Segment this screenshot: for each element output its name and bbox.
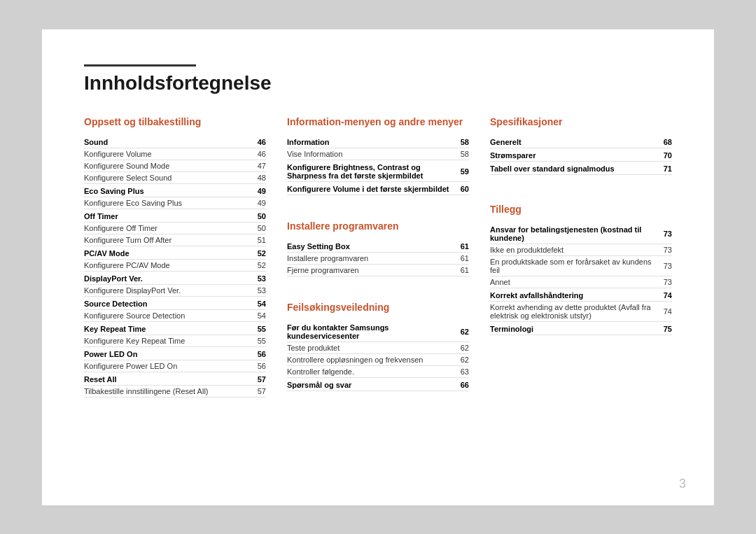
table-row: Konfigurere PC/AV Mode52 (84, 259, 266, 271)
row-label: Eco Saving Plus (84, 183, 248, 197)
table-row: Korrekt avhending av dette produktet (Av… (490, 301, 672, 321)
row-page: 57 (248, 372, 266, 385)
row-page: 70 (654, 148, 672, 161)
row-label: Sound (84, 135, 248, 148)
page-title: Innholdsfortegnelse (84, 72, 672, 94)
row-label: Off Timer (84, 209, 248, 222)
page-number: 3 (679, 477, 686, 491)
table-row: Konfigurere Source Detection54 (84, 309, 266, 321)
table-row: Installere programvaren61 (287, 252, 469, 264)
row-label: Reset All (84, 372, 248, 385)
row-page: 47 (248, 160, 266, 171)
section-title-col3-1: Tillegg (490, 203, 672, 216)
section-title-col2-2: Feilsøkingsveiledning (287, 301, 469, 314)
row-label: Source Detection (84, 296, 248, 309)
row-page: 50 (248, 209, 266, 222)
table-row: Key Repeat Time55 (84, 321, 266, 335)
row-label: Teste produktet (287, 342, 455, 354)
row-label: Konfigurere PC/AV Mode (84, 259, 248, 271)
row-label: PC/AV Mode (84, 246, 248, 259)
table-row: Annet73 (490, 276, 672, 288)
section-title-col3-0: Spesifikasjoner (490, 115, 672, 128)
toc-table-col3-0: Generelt68Strømsparer70Tabell over stand… (490, 135, 672, 175)
table-row: Før du kontakter Samsungs kundeservicese… (287, 321, 469, 342)
row-page: 74 (658, 301, 672, 321)
row-page: 71 (654, 161, 672, 174)
row-page: 58 (455, 148, 469, 160)
row-page: 55 (248, 335, 266, 346)
row-label: Før du kontakter Samsungs kundeservicese… (287, 321, 455, 342)
row-page: 52 (248, 259, 266, 271)
section-title-col2-0: Information-menyen og andre menyer (287, 115, 469, 128)
row-label: Konfigurere Turn Off After (84, 234, 248, 246)
row-label: Konfigurere DisplayPort Ver. (84, 284, 248, 296)
row-label: Kontroller følgende. (287, 366, 455, 378)
row-page: 61 (442, 252, 469, 264)
table-row: Konfigurere Select Sound48 (84, 171, 266, 183)
row-label: Generelt (490, 135, 654, 148)
row-label: Spørsmål og svar (287, 378, 455, 391)
table-row: Tabell over standard signalmodus71 (490, 161, 672, 174)
table-row: Generelt68 (490, 135, 672, 148)
row-label: Konfigurere Sound Mode (84, 160, 248, 171)
table-row: Easy Setting Box61 (287, 239, 469, 253)
table-row: Korrekt avfallshåndtering74 (490, 288, 672, 301)
row-label: Konfigurere Brightness, Contrast og Shar… (287, 160, 455, 181)
toc-table-col2-2: Før du kontakter Samsungs kundeservicese… (287, 321, 469, 391)
row-label: Fjerne programvaren (287, 264, 442, 276)
table-row: En produktskade som er forårsaket av kun… (490, 255, 672, 276)
column-1: Oppsett og tilbakestilling Sound46Konfig… (84, 115, 287, 412)
row-page: 57 (248, 385, 266, 397)
row-page: 62 (455, 342, 469, 354)
row-page: 58 (455, 135, 469, 148)
row-label: Terminologi (490, 321, 658, 335)
table-row: Spørsmål og svar66 (287, 378, 469, 391)
table-row: Ansvar for betalingstjenesten (kostnad t… (490, 223, 672, 244)
row-page: 56 (248, 346, 266, 360)
column-2: Information-menyen og andre menyerInform… (287, 115, 490, 412)
table-row: Ikke en produktdefekt73 (490, 244, 672, 255)
table-row: DisplayPort Ver.53 (84, 271, 266, 284)
row-page: 61 (442, 239, 469, 253)
table-row: Source Detection54 (84, 296, 266, 309)
row-label: Konfigurere Key Repeat Time (84, 335, 248, 346)
row-label: Konfigurere Select Sound (84, 171, 248, 183)
row-page: 75 (658, 321, 672, 335)
table-row: Konfigurere Brightness, Contrast og Shar… (287, 160, 469, 181)
row-page: 73 (658, 276, 672, 288)
row-label: Tilbakestille innstillingene (Reset All) (84, 385, 248, 397)
row-label: Korrekt avhending av dette produktet (Av… (490, 301, 658, 321)
row-label: Konfigurere Volume (84, 148, 248, 160)
table-row: Strømsparer70 (490, 148, 672, 161)
row-label: Konfigurere Power LED On (84, 360, 248, 372)
row-page: 66 (455, 378, 469, 391)
row-label: Kontrollere oppløsningen og frekvensen (287, 354, 455, 366)
column-3: SpesifikasjonerGenerelt68Strømsparer70Ta… (490, 115, 672, 412)
table-row: Off Timer50 (84, 209, 266, 222)
table-row: Konfigurere Eco Saving Plus49 (84, 197, 266, 209)
title-bar (84, 64, 196, 66)
row-page: 49 (248, 197, 266, 209)
table-row: Konfigurere Key Repeat Time55 (84, 335, 266, 346)
row-page: 62 (455, 321, 469, 342)
row-label: Tabell over standard signalmodus (490, 161, 654, 174)
toc-columns: Oppsett og tilbakestilling Sound46Konfig… (84, 115, 672, 412)
row-label: Korrekt avfallshåndtering (490, 288, 658, 301)
table-row: Kontroller følgende.63 (287, 366, 469, 378)
row-label: Easy Setting Box (287, 239, 442, 253)
row-label: Konfigurere Off Timer (84, 222, 248, 234)
row-label: Konfigurere Volume i det første skjermbi… (287, 181, 455, 195)
row-page: 56 (248, 360, 266, 372)
row-label: Key Repeat Time (84, 321, 248, 335)
row-page: 60 (455, 181, 469, 195)
row-label: Ansvar for betalingstjenesten (kostnad t… (490, 223, 658, 244)
row-page: 62 (455, 354, 469, 366)
table-row: Vise Information58 (287, 148, 469, 160)
table-row: Konfigurere Turn Off After51 (84, 234, 266, 246)
row-page: 73 (658, 223, 672, 244)
table-row: Information58 (287, 135, 469, 148)
row-label: Power LED On (84, 346, 248, 360)
row-label: Konfigurere Eco Saving Plus (84, 197, 248, 209)
toc-table-col2-1: Easy Setting Box61Installere programvare… (287, 239, 469, 276)
row-label: Konfigurere Source Detection (84, 309, 248, 321)
